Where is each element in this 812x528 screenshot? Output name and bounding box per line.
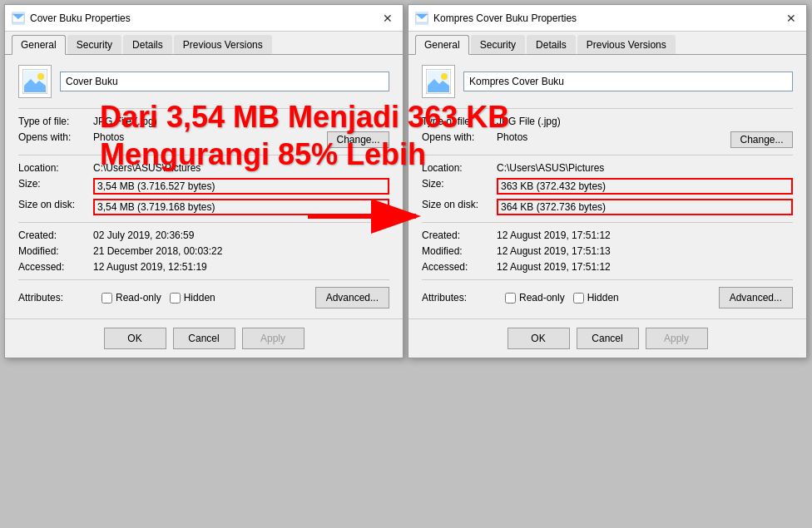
right-image-icon (426, 69, 451, 94)
right-readonly-label[interactable]: Read-only (505, 292, 565, 303)
left-size-row: Size: 3,54 MB (3.716.527 bytes) (18, 178, 389, 195)
right-title-icon (415, 12, 428, 25)
right-accessed-row: Accessed: 12 August 2019, 17:51:12 (422, 261, 793, 273)
right-bottom-buttons: OK Cancel Apply (408, 318, 806, 358)
left-close-button[interactable]: ✕ (379, 10, 396, 27)
right-readonly-text: Read-only (519, 292, 565, 303)
left-size-value: 3,54 MB (3.716.527 bytes) (93, 178, 389, 195)
left-accessed-label: Accessed: (18, 261, 93, 273)
right-tabs: General Security Details Previous Versio… (408, 32, 806, 55)
left-size-label: Size: (18, 178, 93, 190)
left-size-disk-value: 3,54 MB (3.719.168 bytes) (93, 199, 389, 215)
right-apply-button[interactable]: Apply (646, 328, 708, 349)
left-tab-previous-versions[interactable]: Previous Versions (174, 35, 272, 54)
right-dialog-title: Kompres Cover Buku Properties (433, 12, 577, 24)
left-cancel-button[interactable]: Cancel (173, 328, 235, 349)
right-created-label: Created: (422, 229, 497, 241)
left-created-value: 02 July 2019, 20:36:59 (93, 229, 389, 241)
right-filename-input[interactable] (463, 72, 793, 91)
right-file-header (422, 65, 793, 98)
right-size-value: 363 KB (372.432 bytes) (497, 178, 793, 195)
right-tab-details[interactable]: Details (527, 35, 576, 54)
left-tabs: General Security Details Previous Versio… (5, 32, 403, 55)
left-tab-general[interactable]: General (12, 35, 66, 55)
right-created-value: 12 August 2019, 17:51:12 (497, 229, 793, 241)
left-advanced-button[interactable]: Advanced... (315, 287, 389, 308)
left-type-label: Type of file: (18, 116, 93, 127)
right-hidden-text: Hidden (587, 292, 619, 303)
left-ok-button[interactable]: OK (104, 328, 166, 349)
right-modified-label: Modified: (422, 245, 497, 257)
left-created-label: Created: (18, 229, 93, 241)
left-size-disk-row: Size on disk: 3,54 MB (3.719.168 bytes) (18, 199, 389, 215)
right-content: Type of file: JPG File (.jpg) Opens with… (408, 55, 806, 318)
left-tab-details[interactable]: Details (123, 35, 172, 54)
left-image-icon (22, 69, 47, 94)
svg-point-6 (37, 73, 44, 80)
right-ok-button[interactable]: OK (508, 328, 570, 349)
left-modified-value: 21 December 2018, 00:03:22 (93, 245, 389, 257)
right-size-disk-value: 364 KB (372.736 bytes) (497, 199, 793, 215)
left-accessed-row: Accessed: 12 August 2019, 12:51:19 (18, 261, 389, 273)
left-hidden-text: Hidden (184, 292, 215, 303)
left-attributes-row: Attributes: Read-only Hidden Advanced... (18, 287, 389, 308)
left-accessed-value: 12 August 2019, 12:51:19 (93, 261, 389, 273)
right-tab-general[interactable]: General (415, 35, 469, 55)
annotation-line1: Dari 3,54 MB Menjadi 363 KB (100, 100, 509, 135)
left-modified-row: Modified: 21 December 2018, 00:03:22 (18, 245, 389, 257)
right-opens-value: Photos (497, 131, 725, 143)
left-title-icon (12, 12, 25, 25)
left-filename-input[interactable] (60, 72, 389, 91)
right-cancel-button[interactable]: Cancel (577, 328, 639, 349)
right-dialog: Kompres Cover Buku Properties ✕ General … (408, 4, 807, 358)
left-dialog-title: Cover Buku Properties (30, 12, 131, 24)
left-opens-label: Opens with: (18, 131, 93, 143)
left-size-disk-label: Size on disk: (18, 199, 93, 210)
left-hidden-label[interactable]: Hidden (170, 292, 215, 303)
left-readonly-label[interactable]: Read-only (102, 292, 161, 303)
right-title-bar-left: Kompres Cover Buku Properties (415, 12, 577, 25)
left-file-header (18, 65, 389, 98)
right-hidden-checkbox[interactable] (573, 293, 584, 303)
right-modified-row: Modified: 12 August 2019, 17:51:13 (422, 245, 793, 257)
right-type-value: JPG File (.jpg) (497, 116, 793, 127)
left-content: Type of file: JPG File (.jpg) Opens with… (5, 55, 403, 318)
right-hidden-label[interactable]: Hidden (573, 292, 619, 303)
svg-point-13 (441, 73, 448, 80)
left-title-bar-left: Cover Buku Properties (12, 12, 131, 25)
left-readonly-checkbox[interactable] (102, 293, 112, 303)
right-size-disk-label: Size on disk: (422, 199, 497, 210)
right-location-row: Location: C:\Users\ASUS\Pictures (422, 162, 793, 174)
right-size-row: Size: 363 KB (372.432 bytes) (422, 178, 793, 195)
left-title-bar: Cover Buku Properties ✕ (5, 5, 403, 32)
right-created-row: Created: 12 August 2019, 17:51:12 (422, 229, 793, 241)
right-readonly-checkbox[interactable] (505, 293, 516, 303)
right-close-button[interactable]: ✕ (783, 10, 800, 27)
annotation-line2: Mengurangi 85% Lebih (100, 137, 426, 172)
right-location-label: Location: (422, 162, 497, 174)
right-accessed-value: 12 August 2019, 17:51:12 (497, 261, 793, 273)
left-readonly-text: Read-only (116, 292, 161, 303)
left-location-label: Location: (18, 162, 93, 174)
left-attributes-label: Attributes: (18, 292, 93, 303)
right-size-label: Size: (422, 178, 497, 190)
right-change-button[interactable]: Change... (730, 131, 793, 148)
left-hidden-checkbox[interactable] (170, 293, 181, 303)
left-dialog: Cover Buku Properties ✕ General Security… (4, 4, 404, 358)
right-attributes-row: Attributes: Read-only Hidden Advanced... (422, 287, 793, 308)
right-advanced-button[interactable]: Advanced... (719, 287, 793, 308)
right-file-icon (422, 65, 455, 98)
right-location-value: C:\Users\ASUS\Pictures (497, 162, 793, 174)
left-file-icon (18, 65, 52, 98)
right-attributes-label: Attributes: (422, 292, 497, 303)
right-tab-previous-versions[interactable]: Previous Versions (577, 35, 676, 54)
left-tab-security[interactable]: Security (67, 35, 121, 54)
left-modified-label: Modified: (18, 245, 93, 257)
left-apply-button[interactable]: Apply (242, 328, 304, 349)
left-created-row: Created: 02 July 2019, 20:36:59 (18, 229, 389, 241)
left-bottom-buttons: OK Cancel Apply (5, 318, 403, 358)
right-accessed-label: Accessed: (422, 261, 497, 273)
right-title-bar: Kompres Cover Buku Properties ✕ (408, 5, 806, 32)
right-size-disk-row: Size on disk: 364 KB (372.736 bytes) (422, 199, 793, 215)
right-tab-security[interactable]: Security (471, 35, 525, 54)
